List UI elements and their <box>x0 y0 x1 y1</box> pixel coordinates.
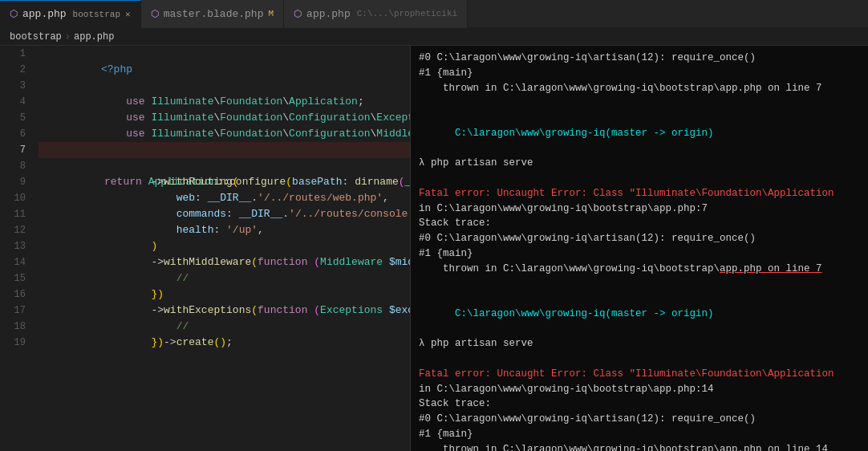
terminal-line: #1 {main} <box>419 427 860 442</box>
breadcrumb-separator: › <box>65 31 71 43</box>
terminal-line: #0 C:\laragon\www\growing-iq\artisan(12)… <box>419 231 860 246</box>
terminal-cmd-2: λ php artisan serve <box>419 336 860 351</box>
line-numbers: 1 2 3 4 5 6 7 8 9 10 11 12 13 14 15 16 1… <box>0 46 32 451</box>
tab-app-php-bootstrap[interactable]: ⬡ app.php bootstrap ✕ <box>0 0 141 28</box>
line-num-8: 8 <box>6 158 26 174</box>
code-line-11: health: '/up', <box>39 206 410 222</box>
terminal-line: Stack trace: <box>419 396 860 412</box>
terminal-spacer <box>419 351 860 367</box>
terminal-line: thrown in C:\laragon\www\growing-iq\boot… <box>419 442 860 452</box>
tab-label-app-php: app.php <box>22 8 67 20</box>
code-line-15: }) <box>39 270 410 286</box>
line-num-12: 12 <box>6 222 26 238</box>
blade-icon: ⬡ <box>151 8 159 20</box>
code-line-6 <box>39 126 410 142</box>
code-line-17: // <box>39 303 410 319</box>
terminal-line: #0 C:\laragon\www\growing-iq\artisan(12)… <box>419 412 860 427</box>
line-num-13: 13 <box>6 238 26 254</box>
main-content: 1 2 3 4 5 6 7 8 9 10 11 12 13 14 15 16 1… <box>0 46 868 451</box>
tab-app-php-propheticiki[interactable]: ⬡ app.php C:\...\propheticiki <box>284 0 468 28</box>
code-lines: <?php use Illuminate\Foundation\Applicat… <box>32 46 410 451</box>
line-num-18: 18 <box>6 319 26 335</box>
terminal-line: thrown in C:\laragon\www\growing-iq\boot… <box>419 81 860 96</box>
code-line-19 <box>39 335 410 351</box>
terminal-spacer <box>419 276 860 291</box>
php-icon: ⬡ <box>10 8 18 20</box>
code-line-7: ➜ return Application::configure(basePath… <box>39 142 410 158</box>
terminal-path: C:\laragon\www\growing-iq(master -> orig… <box>455 128 714 139</box>
code-line-4: use Illuminate\Foundation\Configuration\… <box>39 94 410 110</box>
line-num-1: 1 <box>6 46 26 62</box>
terminal-line: #0 C:\laragon\www\growing-iq\artisan(12)… <box>419 51 860 66</box>
line-num-7: 7 <box>6 142 26 158</box>
code-line-13: ->withMiddleware(function (Middleware $m… <box>39 238 410 254</box>
tab-framework: bootstrap <box>73 10 120 19</box>
terminal-line: Stack trace: <box>419 216 860 231</box>
terminal-prompt-2: C:\laragon\www\growing-iq(master -> orig… <box>419 291 860 336</box>
line-num-11: 11 <box>6 206 26 222</box>
code-line-10: commands: __DIR__.'/../routes/console.ph… <box>39 190 410 206</box>
terminal-error-1: Fatal error: Uncaught Error: Class "Illu… <box>419 186 860 201</box>
code-line-12: ) <box>39 222 410 238</box>
line-num-19: 19 <box>6 335 26 351</box>
tab-modified-indicator: M <box>268 9 274 18</box>
terminal-line: #1 {main} <box>419 246 860 262</box>
tab-master-blade[interactable]: ⬡ master.blade.php M <box>141 0 284 28</box>
code-line-18: })->create(); <box>39 319 410 335</box>
line-num-6: 6 <box>6 126 26 142</box>
terminal-spacer <box>419 171 860 186</box>
line-num-5: 5 <box>6 110 26 126</box>
breadcrumb-item-bootstrap[interactable]: bootstrap <box>10 31 62 43</box>
line-num-9: 9 <box>6 174 26 190</box>
terminal-path: C:\laragon\www\growing-iq(master -> orig… <box>455 308 714 319</box>
line-num-2: 2 <box>6 62 26 78</box>
terminal-prompt-1: C:\laragon\www\growing-iq(master -> orig… <box>419 111 860 156</box>
line-num-15: 15 <box>6 270 26 286</box>
terminal-line: #1 {main} <box>419 66 860 81</box>
line-num-4: 4 <box>6 94 26 110</box>
code-line-3: use Illuminate\Foundation\Application; <box>39 78 410 94</box>
terminal-error-2: Fatal error: Uncaught Error: Class "Illu… <box>419 367 860 382</box>
line-num-16: 16 <box>6 286 26 303</box>
line-num-10: 10 <box>6 190 26 206</box>
terminal-underline: app.php on line 7 <box>720 263 822 274</box>
code-line-2 <box>39 62 410 78</box>
code-line-9: web: __DIR__.'/../routes/web.php', <box>39 174 410 190</box>
tab-label-app-php-2: app.php <box>306 8 351 20</box>
code-area: 1 2 3 4 5 6 7 8 9 10 11 12 13 14 15 16 1… <box>0 46 410 451</box>
tab-label-master-blade: master.blade.php <box>164 8 264 20</box>
line-num-17: 17 <box>6 303 26 319</box>
breadcrumb-item-app-php[interactable]: app.php <box>74 31 114 43</box>
code-line-5: use Illuminate\Foundation\Configuration\… <box>39 110 410 126</box>
terminal-line: in C:\laragon\www\growing-iq\bootstrap\a… <box>419 201 860 217</box>
breadcrumb: bootstrap › app.php <box>0 28 868 46</box>
code-line-14: // <box>39 254 410 270</box>
terminal-line: thrown in C:\laragon\www\growing-iq\boot… <box>419 262 860 277</box>
code-line-8: ->withRouting( <box>39 158 410 174</box>
code-line-1: <?php <box>39 46 410 62</box>
tab-close-button[interactable]: ✕ <box>125 9 131 19</box>
line-num-14: 14 <box>6 254 26 270</box>
terminal-line: in C:\laragon\www\growing-iq\bootstrap\a… <box>419 382 860 397</box>
tab-path: C:\...\propheticiki <box>357 9 457 18</box>
line-num-3: 3 <box>6 78 26 94</box>
terminal-spacer <box>419 95 860 111</box>
terminal-cmd-1: λ php artisan serve <box>419 156 860 171</box>
php-icon-2: ⬡ <box>294 8 302 20</box>
code-line-16: ->withExceptions(function (Exceptions $e… <box>39 286 410 303</box>
terminal-panel[interactable]: #0 C:\laragon\www\growing-iq\artisan(12)… <box>411 46 868 451</box>
editor-panel: 1 2 3 4 5 6 7 8 9 10 11 12 13 14 15 16 1… <box>0 46 411 451</box>
tab-bar: ⬡ app.php bootstrap ✕ ⬡ master.blade.php… <box>0 0 868 28</box>
